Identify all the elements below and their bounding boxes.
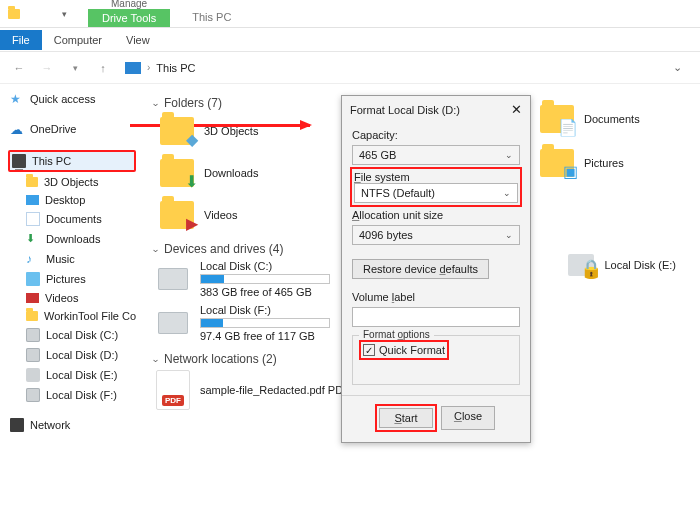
forward-button[interactable]: → — [36, 57, 58, 79]
sidebar-item-music[interactable]: Music — [8, 250, 136, 268]
close-button[interactable]: Close — [441, 406, 495, 430]
back-button[interactable]: ← — [8, 57, 30, 79]
sidebar-item-this-pc[interactable]: This PC — [8, 150, 136, 172]
drive-subtext: 97.4 GB free of 117 GB — [200, 330, 315, 342]
chevron-down-icon: ⌄ — [151, 354, 161, 364]
sidebar-item-local-d[interactable]: Local Disk (D:) — [8, 346, 136, 364]
file-system-select[interactable]: NTFS (Default)⌄ — [354, 183, 518, 203]
sidebar-item-downloads[interactable]: ⬇Downloads — [8, 230, 136, 248]
sidebar-item-3d-objects[interactable]: 3D Objects — [8, 174, 136, 190]
pdf-icon: PDF — [156, 370, 190, 410]
capacity-select[interactable]: 465 GB⌄ — [352, 145, 520, 165]
sidebar-item-label: Documents — [46, 213, 102, 225]
tab-computer[interactable]: Computer — [42, 30, 114, 50]
cloud-icon — [10, 122, 24, 136]
sidebar-item-onedrive[interactable]: OneDrive — [8, 120, 136, 138]
folder-label: Videos — [204, 209, 237, 221]
folder-icon — [26, 311, 38, 321]
recent-dropdown[interactable]: ▾ — [64, 57, 86, 79]
nav-tree[interactable]: Quick access OneDrive This PC 3D Objects… — [0, 84, 140, 512]
qat-dropdown-icon[interactable]: ▾ — [56, 6, 72, 22]
sidebar-item-local-f[interactable]: Local Disk (F:) — [8, 386, 136, 404]
section-title: Devices and drives (4) — [164, 242, 283, 256]
folder-pictures[interactable]: ▣ Pictures — [540, 146, 700, 180]
breadcrumb-location: This PC — [156, 62, 195, 74]
highlight-quick-format: ✓ Quick Format — [359, 340, 449, 360]
sidebar-item-label: OneDrive — [30, 123, 76, 135]
allocation-value: 4096 bytes — [359, 229, 413, 241]
titlebar: ▾ Manage Drive Tools This PC — [0, 0, 700, 28]
breadcrumb[interactable]: › This PC — [120, 59, 657, 77]
sidebar-item-local-e[interactable]: Local Disk (E:) — [8, 366, 136, 384]
drive-label: Local Disk (C:) — [200, 260, 272, 272]
sidebar-item-videos[interactable]: Videos — [8, 290, 136, 306]
lock-icon: 🔒 — [580, 258, 602, 280]
sidebar-item-label: Network — [30, 419, 70, 431]
file-system-label: FFile systemile system — [354, 171, 518, 183]
folder-icon: ◆ — [160, 117, 194, 145]
drive-icon — [26, 328, 40, 342]
sidebar-item-label: Pictures — [46, 273, 86, 285]
sidebar-item-documents[interactable]: Documents — [8, 210, 136, 228]
dialog-titlebar[interactable]: Format Local Disk (D:) ✕ — [342, 96, 530, 123]
star-icon — [10, 92, 24, 106]
capacity-bar — [200, 318, 330, 328]
section-title: Folders (7) — [164, 96, 222, 110]
sidebar-item-desktop[interactable]: Desktop — [8, 192, 136, 208]
chevron-down-icon: ⌄ — [151, 98, 161, 108]
drive-label: Local Disk (F:) — [200, 304, 271, 316]
drive-subtext: 383 GB free of 465 GB — [200, 286, 312, 298]
sidebar-item-label: Downloads — [46, 233, 100, 245]
start-button[interactable]: Start — [379, 408, 433, 428]
chevron-down-icon: ⌄ — [505, 230, 513, 240]
contextual-tabs: Manage Drive Tools This PC — [78, 0, 243, 27]
drive-icon — [158, 312, 188, 334]
window-title: This PC — [180, 3, 243, 27]
chevron-down-icon: ⌄ — [503, 188, 511, 198]
address-dropdown[interactable]: ⌄ — [663, 61, 692, 74]
section-title: Network locations (2) — [164, 352, 277, 366]
drive-label: Local Disk (E:) — [604, 259, 676, 271]
drive-local-e[interactable]: 🔒 Local Disk (E:) — [568, 254, 676, 276]
sidebar-item-network[interactable]: Network — [8, 416, 136, 434]
volume-label-input[interactable] — [352, 307, 520, 327]
quick-format-checkbox[interactable]: ✓ Quick Format — [363, 344, 445, 356]
chevron-down-icon: ⌄ — [151, 244, 161, 254]
sidebar-item-label: Local Disk (D:) — [46, 349, 118, 361]
folder-icon: 📄 — [540, 105, 574, 133]
tab-drive-tools[interactable]: Drive Tools — [88, 9, 170, 27]
sidebar-item-local-c[interactable]: Local Disk (C:) — [8, 326, 136, 344]
chevron-right-icon: › — [147, 62, 150, 73]
sidebar-item-label: 3D Objects — [44, 176, 98, 188]
folder-icon — [26, 177, 38, 187]
sidebar-item-pictures[interactable]: Pictures — [8, 270, 136, 288]
folder-documents[interactable]: 📄 Documents — [540, 102, 700, 136]
up-button[interactable]: ↑ — [92, 57, 114, 79]
tab-file[interactable]: File — [0, 30, 42, 50]
format-options-legend: Format options — [359, 329, 434, 340]
drive-icon — [26, 388, 40, 402]
tab-view[interactable]: View — [114, 30, 162, 50]
context-group-label: Manage — [111, 0, 147, 9]
highlight-start-button: Start — [375, 404, 437, 432]
allocation-select[interactable]: 4096 bytes⌄ — [352, 225, 520, 245]
sidebar-item-label: WorkinTool File Cor — [44, 310, 136, 322]
folder-props-icon[interactable] — [6, 6, 22, 22]
sidebar-item-label: Local Disk (F:) — [46, 389, 117, 401]
folder-3d-objects[interactable]: ◆ 3D Objects — [160, 114, 320, 148]
folder-label: Downloads — [204, 167, 258, 179]
sidebar-item-label: Quick access — [30, 93, 95, 105]
capacity-label: Capacity: — [352, 129, 520, 141]
drive-icon — [26, 348, 40, 362]
folder-downloads[interactable]: ⬇ Downloads — [160, 156, 320, 190]
sidebar-item-label: This PC — [32, 155, 71, 167]
close-icon[interactable]: ✕ — [511, 102, 522, 117]
folder-videos[interactable]: ▶ Videos — [160, 198, 320, 232]
sidebar-item-quick-access[interactable]: Quick access — [8, 90, 136, 108]
file-system-value: NTFS (Default) — [361, 187, 435, 199]
desktop-icon — [26, 195, 39, 205]
format-options-group: Format options ✓ Quick Format — [352, 335, 520, 385]
sidebar-item-label: Local Disk (E:) — [46, 369, 118, 381]
restore-defaults-button[interactable]: Restore device defaults — [352, 259, 489, 279]
sidebar-item-workintool[interactable]: WorkinTool File Cor — [8, 308, 136, 324]
